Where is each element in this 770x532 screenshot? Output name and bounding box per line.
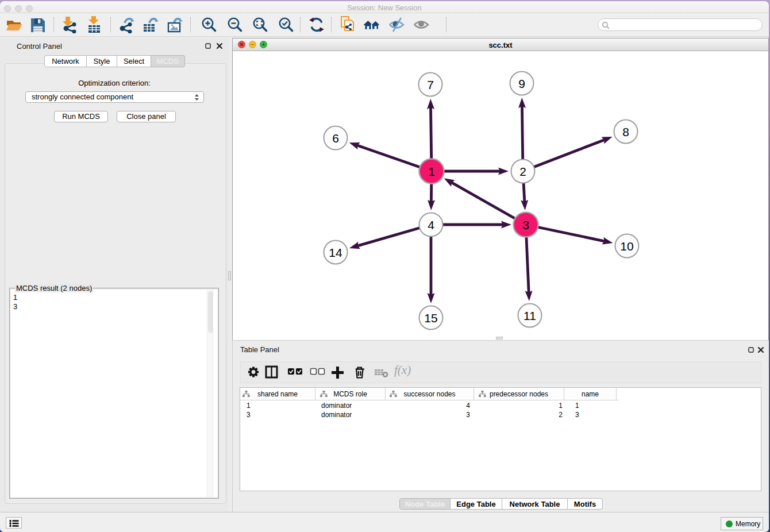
svg-text:11: 11 (523, 309, 536, 322)
svg-text:3: 3 (522, 218, 529, 232)
svg-text:9: 9 (518, 77, 525, 90)
svg-text:8: 8 (622, 125, 629, 138)
svg-text:2: 2 (519, 165, 526, 178)
svg-text:10: 10 (620, 240, 633, 253)
svg-text:14: 14 (329, 246, 342, 259)
svg-text:6: 6 (332, 132, 339, 145)
svg-text:15: 15 (424, 311, 437, 325)
svg-text:4: 4 (428, 218, 434, 232)
svg-text:7: 7 (427, 78, 434, 91)
svg-text:1: 1 (428, 165, 435, 178)
